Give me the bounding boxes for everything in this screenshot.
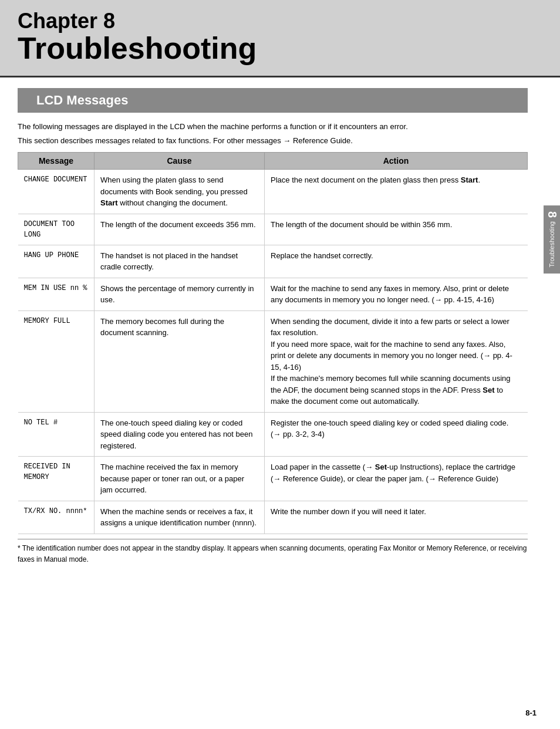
chapter-title: Troubleshooting: [18, 32, 542, 65]
table-row: CHANGE DOCUMENTWhen using the platen gla…: [18, 170, 528, 214]
col-action: Action: [265, 153, 528, 170]
cell-action: The length of the document should be wit…: [265, 214, 528, 245]
cell-cause: The length of the document exceeds 356 m…: [95, 214, 265, 245]
cell-cause: The handset is not placed in the handset…: [95, 245, 265, 278]
cell-message: MEM IN USE nn %: [18, 278, 95, 310]
cell-message: DOCUMENT TOO LONG: [18, 214, 95, 245]
cell-cause: The memory becomes full during the docum…: [95, 310, 265, 412]
table-row: NO TEL #The one-touch speed dialing key …: [18, 412, 528, 457]
section-heading: LCD Messages: [18, 88, 528, 113]
intro-line2: This section describes messages related …: [18, 135, 528, 147]
cell-action: Replace the handset correctly.: [265, 245, 528, 278]
table-row: DOCUMENT TOO LONGThe length of the docum…: [18, 214, 528, 245]
col-message: Message: [18, 153, 95, 170]
chapter-number: Chapter 8: [18, 11, 542, 32]
cell-cause: When the machine sends or receives a fax…: [95, 501, 265, 534]
section-title: LCD Messages: [36, 93, 129, 108]
chapter-tab: 8 Troubleshooting: [544, 205, 560, 274]
cell-message: TX/RX NO. nnnn*: [18, 501, 95, 534]
footnote: * The identification number does not app…: [18, 539, 528, 565]
table-row: MEMORY FULLThe memory becomes full durin…: [18, 310, 528, 412]
cell-cause: Shows the percentage of memory currently…: [95, 278, 265, 310]
cell-message: CHANGE DOCUMENT: [18, 170, 95, 214]
col-cause: Cause: [95, 153, 265, 170]
cell-cause: The one-touch speed dialing key or coded…: [95, 412, 265, 457]
cell-message: RECEIVED IN MEMORY: [18, 457, 95, 501]
cell-message: MEMORY FULL: [18, 310, 95, 412]
table-row: RECEIVED IN MEMORYThe machine received t…: [18, 457, 528, 501]
chapter-header: Chapter 8 Troubleshooting: [0, 0, 560, 77]
cell-message: HANG UP PHONE: [18, 245, 95, 278]
table-row: TX/RX NO. nnnn*When the machine sends or…: [18, 501, 528, 534]
page-number: 8-1: [525, 708, 537, 717]
table-row: HANG UP PHONEThe handset is not placed i…: [18, 245, 528, 278]
cell-message: NO TEL #: [18, 412, 95, 457]
cell-cause: When using the platen glass to send docu…: [95, 170, 265, 214]
lcd-messages-table: Message Cause Action CHANGE DOCUMENTWhen…: [18, 152, 528, 534]
intro-line1: The following messages are displayed in …: [18, 121, 528, 133]
cell-action: Register the one-touch speed dialing key…: [265, 412, 528, 457]
cell-action: Place the next document on the platen gl…: [265, 170, 528, 214]
cell-action: Write the number down if you will need i…: [265, 501, 528, 534]
main-content: LCD Messages The following messages are …: [0, 77, 560, 589]
table-row: MEM IN USE nn %Shows the percentage of m…: [18, 278, 528, 310]
tab-label: Troubleshooting: [548, 221, 555, 267]
cell-action: Wait for the machine to send any faxes i…: [265, 278, 528, 310]
cell-action: When sending the document, divide it int…: [265, 310, 528, 412]
cell-cause: The machine received the fax in memory b…: [95, 457, 265, 501]
cell-action: Load paper in the cassette (→ Set-up Ins…: [265, 457, 528, 501]
tab-number: 8: [545, 211, 559, 218]
